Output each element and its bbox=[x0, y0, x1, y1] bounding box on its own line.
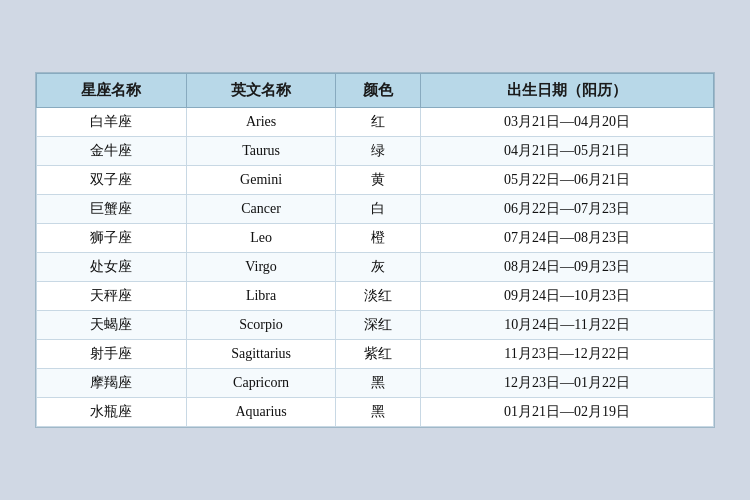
cell-chinese-name: 双子座 bbox=[37, 166, 187, 195]
cell-color: 绿 bbox=[336, 137, 421, 166]
cell-english-name: Gemini bbox=[186, 166, 336, 195]
header-chinese-name: 星座名称 bbox=[37, 74, 187, 108]
cell-chinese-name: 狮子座 bbox=[37, 224, 187, 253]
header-english-name: 英文名称 bbox=[186, 74, 336, 108]
cell-english-name: Libra bbox=[186, 282, 336, 311]
cell-english-name: Taurus bbox=[186, 137, 336, 166]
table-row: 天蝎座Scorpio深红10月24日—11月22日 bbox=[37, 311, 714, 340]
cell-color: 淡红 bbox=[336, 282, 421, 311]
cell-english-name: Scorpio bbox=[186, 311, 336, 340]
zodiac-table-container: 星座名称 英文名称 颜色 出生日期（阳历） 白羊座Aries红03月21日—04… bbox=[35, 72, 715, 428]
cell-dates: 10月24日—11月22日 bbox=[421, 311, 714, 340]
cell-chinese-name: 水瓶座 bbox=[37, 398, 187, 427]
cell-english-name: Aquarius bbox=[186, 398, 336, 427]
header-dates: 出生日期（阳历） bbox=[421, 74, 714, 108]
table-row: 处女座Virgo灰08月24日—09月23日 bbox=[37, 253, 714, 282]
cell-english-name: Cancer bbox=[186, 195, 336, 224]
table-row: 狮子座Leo橙07月24日—08月23日 bbox=[37, 224, 714, 253]
cell-dates: 08月24日—09月23日 bbox=[421, 253, 714, 282]
cell-english-name: Aries bbox=[186, 108, 336, 137]
cell-color: 黑 bbox=[336, 398, 421, 427]
cell-chinese-name: 天蝎座 bbox=[37, 311, 187, 340]
cell-color: 橙 bbox=[336, 224, 421, 253]
cell-english-name: Virgo bbox=[186, 253, 336, 282]
cell-english-name: Leo bbox=[186, 224, 336, 253]
cell-dates: 01月21日—02月19日 bbox=[421, 398, 714, 427]
zodiac-table: 星座名称 英文名称 颜色 出生日期（阳历） 白羊座Aries红03月21日—04… bbox=[36, 73, 714, 427]
cell-chinese-name: 摩羯座 bbox=[37, 369, 187, 398]
cell-dates: 11月23日—12月22日 bbox=[421, 340, 714, 369]
cell-english-name: Sagittarius bbox=[186, 340, 336, 369]
cell-dates: 07月24日—08月23日 bbox=[421, 224, 714, 253]
cell-chinese-name: 射手座 bbox=[37, 340, 187, 369]
cell-chinese-name: 金牛座 bbox=[37, 137, 187, 166]
cell-color: 白 bbox=[336, 195, 421, 224]
table-header-row: 星座名称 英文名称 颜色 出生日期（阳历） bbox=[37, 74, 714, 108]
table-body: 白羊座Aries红03月21日—04月20日金牛座Taurus绿04月21日—0… bbox=[37, 108, 714, 427]
table-row: 天秤座Libra淡红09月24日—10月23日 bbox=[37, 282, 714, 311]
table-row: 射手座Sagittarius紫红11月23日—12月22日 bbox=[37, 340, 714, 369]
cell-color: 黄 bbox=[336, 166, 421, 195]
cell-dates: 03月21日—04月20日 bbox=[421, 108, 714, 137]
table-row: 摩羯座Capricorn黑12月23日—01月22日 bbox=[37, 369, 714, 398]
table-row: 白羊座Aries红03月21日—04月20日 bbox=[37, 108, 714, 137]
cell-dates: 09月24日—10月23日 bbox=[421, 282, 714, 311]
cell-dates: 04月21日—05月21日 bbox=[421, 137, 714, 166]
cell-color: 紫红 bbox=[336, 340, 421, 369]
cell-chinese-name: 天秤座 bbox=[37, 282, 187, 311]
cell-color: 黑 bbox=[336, 369, 421, 398]
header-color: 颜色 bbox=[336, 74, 421, 108]
cell-chinese-name: 巨蟹座 bbox=[37, 195, 187, 224]
cell-english-name: Capricorn bbox=[186, 369, 336, 398]
cell-dates: 05月22日—06月21日 bbox=[421, 166, 714, 195]
cell-color: 深红 bbox=[336, 311, 421, 340]
cell-dates: 06月22日—07月23日 bbox=[421, 195, 714, 224]
cell-color: 灰 bbox=[336, 253, 421, 282]
table-row: 水瓶座Aquarius黑01月21日—02月19日 bbox=[37, 398, 714, 427]
cell-chinese-name: 白羊座 bbox=[37, 108, 187, 137]
table-row: 双子座Gemini黄05月22日—06月21日 bbox=[37, 166, 714, 195]
cell-color: 红 bbox=[336, 108, 421, 137]
cell-dates: 12月23日—01月22日 bbox=[421, 369, 714, 398]
cell-chinese-name: 处女座 bbox=[37, 253, 187, 282]
table-row: 金牛座Taurus绿04月21日—05月21日 bbox=[37, 137, 714, 166]
table-row: 巨蟹座Cancer白06月22日—07月23日 bbox=[37, 195, 714, 224]
